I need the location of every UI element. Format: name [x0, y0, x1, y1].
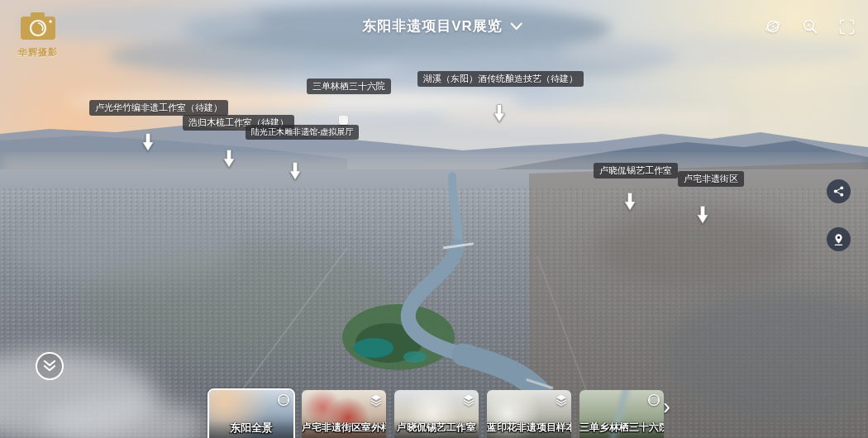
toolbar — [765, 18, 855, 35]
thumbnail-label: 卢宅非遗街区室外样 — [302, 421, 386, 435]
carousel-item-dongyang-panorama[interactable]: 东阳全景 — [209, 390, 293, 438]
down-arrow-icon[interactable] — [494, 104, 505, 122]
hotspot-label[interactable]: 卢宅非遗街区 — [678, 171, 744, 187]
share-icon — [832, 185, 845, 198]
down-arrow-icon[interactable] — [624, 193, 636, 211]
scene-carousel: 东阳全景 卢宅非遗街区室外样 卢晓侃锡艺工作室 蓝印花非遗项目样本 — [209, 390, 664, 438]
camera-icon — [19, 12, 57, 42]
globe-360-icon — [277, 393, 290, 407]
location-icon — [832, 233, 845, 246]
brand-name: 华辉摄影 — [13, 46, 63, 59]
carousel-item-luzhai-street[interactable]: 卢宅非遗街区室外样 — [302, 390, 386, 438]
thumbnail-label: 卢晓侃锡艺工作室 — [394, 421, 479, 435]
panorama-background[interactable] — [0, 0, 868, 438]
layers-icon — [370, 393, 383, 407]
double-chevron-down-icon — [43, 360, 56, 372]
collapse-thumbnails-button[interactable] — [36, 352, 64, 380]
gyroscope-icon[interactable] — [765, 18, 781, 35]
hotspot-label[interactable]: 湖溪（东阳）酒传统酿造技艺（待建） — [417, 71, 584, 87]
thumbnail-label: 东阳全景 — [209, 421, 293, 436]
hotspot-label[interactable]: 陆光正木雕非遗馆-虚拟展厅 — [246, 125, 359, 140]
thumbnail-label: 蓝印花非遗项目样本 — [487, 421, 571, 435]
hotspot-label[interactable]: 卢光华竹编非遗工作室（待建） — [89, 100, 228, 116]
carousel-item-lanyinhua-samples[interactable]: 蓝印花非遗项目样本 — [487, 390, 571, 438]
title-dropdown-chevron-icon[interactable] — [510, 22, 522, 31]
hotspot-screen-icon[interactable] — [339, 116, 348, 125]
page-title: 东阳非遗项目VR展览 — [362, 17, 503, 36]
down-arrow-icon[interactable] — [142, 133, 154, 151]
carousel-next-button[interactable]: › — [663, 396, 670, 418]
down-arrow-icon[interactable] — [289, 162, 301, 180]
header-title-group[interactable]: 东阳非遗项目VR展览 — [362, 17, 522, 36]
thumbnail-label: 三单乡林栖三十六院 — [579, 421, 664, 435]
down-arrow-icon[interactable] — [697, 206, 708, 224]
brand-logo[interactable]: 华辉摄影 — [13, 12, 63, 59]
layers-icon — [555, 393, 568, 407]
globe-360-icon — [647, 393, 661, 407]
search-icon[interactable] — [802, 18, 818, 35]
carousel-item-sandan-linqi[interactable]: 三单乡林栖三十六院 — [579, 390, 664, 438]
down-arrow-icon[interactable] — [223, 150, 235, 168]
fullscreen-icon[interactable] — [839, 19, 855, 35]
layers-icon — [462, 393, 475, 407]
hotspot-label[interactable]: 卢晓侃锡艺工作室 — [594, 163, 678, 179]
carousel-item-luxiaokan-studio[interactable]: 卢晓侃锡艺工作室 — [394, 390, 479, 438]
viewpoint-button[interactable] — [827, 227, 851, 251]
hotspot-label[interactable]: 三单林栖三十六院 — [307, 79, 391, 94]
share-button[interactable] — [827, 179, 851, 203]
